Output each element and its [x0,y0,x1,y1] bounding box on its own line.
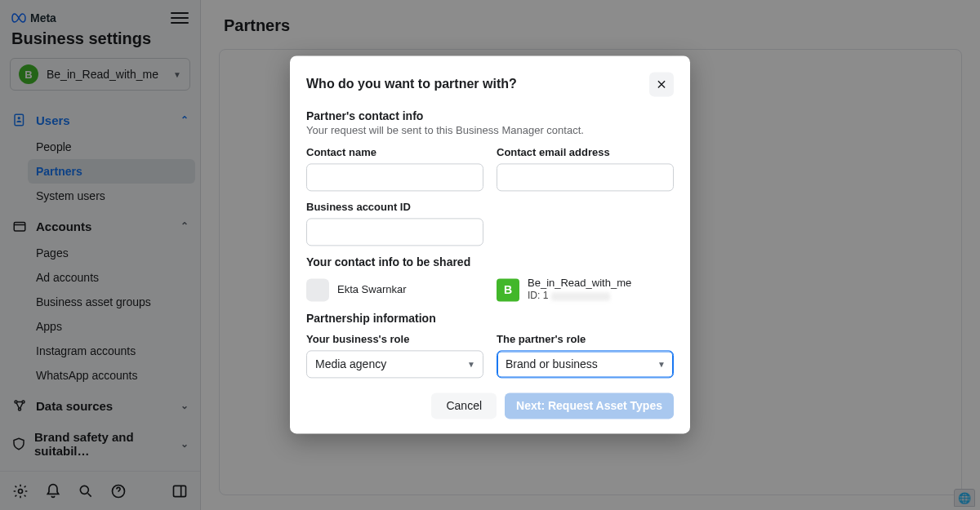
next-button[interactable]: Next: Request Asset Types [505,393,674,419]
contact-name-label: Contact name [306,146,483,158]
share-biz-id: ID: 1 [528,290,631,303]
redacted-id [551,292,610,300]
contact-info-heading: Partner's contact info [306,109,674,122]
contact-email-input[interactable] [497,163,674,191]
biz-acct-id-label: Business account ID [306,201,483,213]
contact-info-desc: Your request will be sent to this Busine… [306,124,674,136]
user-avatar [306,278,329,301]
your-role-label: Your business's role [306,334,483,346]
share-biz-name: Be_in_Read_with_me [528,277,631,290]
contact-name-input[interactable] [306,163,483,191]
partner-request-modal: Who do you want to partner with? Partner… [290,55,690,433]
share-user-name: Ekta Swarnkar [337,284,407,296]
partner-role-label: The partner's role [497,334,674,346]
business-avatar: B [497,278,519,301]
partnership-info-heading: Partnership information [306,313,674,326]
contact-email-label: Contact email address [497,146,674,158]
share-info-heading: Your contact info to be shared [306,255,674,268]
modal-title: Who do you want to partner with? [306,77,517,91]
your-role-select[interactable]: Media agency ▼ [306,351,483,379]
partner-role-select[interactable]: Brand or business ▼ [497,351,674,379]
close-button[interactable] [649,72,674,96]
biz-acct-id-input[interactable] [306,218,483,246]
cancel-button[interactable]: Cancel [431,393,497,419]
close-icon [656,78,667,90]
